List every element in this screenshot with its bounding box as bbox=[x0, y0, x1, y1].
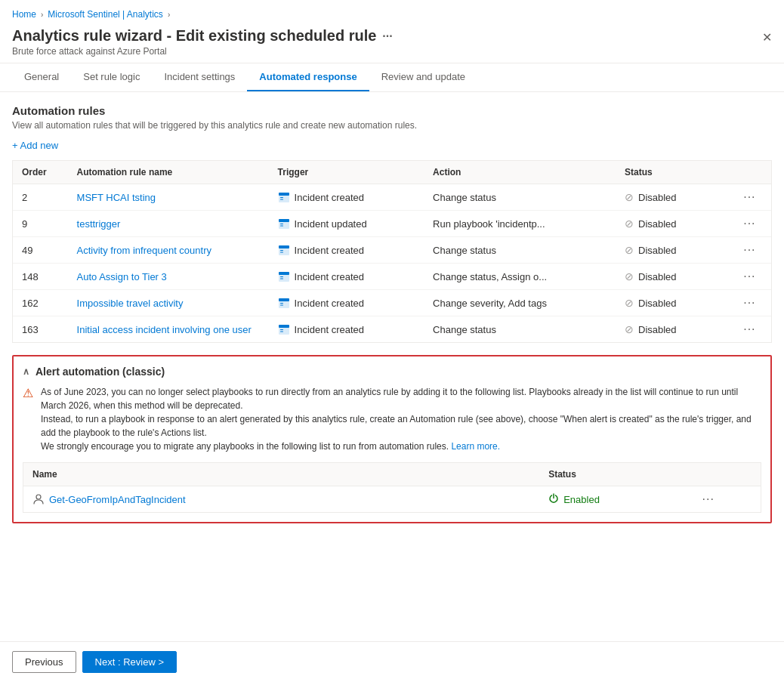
cell-status: ⊘ Disabled bbox=[616, 316, 734, 343]
row-menu-button[interactable]: ··· bbox=[743, 296, 755, 309]
col-header-menu bbox=[734, 161, 771, 184]
svg-rect-2 bbox=[280, 197, 283, 198]
table-row: 9 testtrigger Incident updated Run playb… bbox=[13, 211, 771, 237]
cell-action: Change severity, Add tags bbox=[424, 290, 616, 316]
svg-point-24 bbox=[36, 495, 41, 499]
cell-order: 163 bbox=[13, 316, 68, 343]
svg-rect-17 bbox=[279, 298, 289, 301]
cell-name: MSFT HCAI tsting bbox=[68, 184, 269, 211]
svg-rect-7 bbox=[280, 226, 283, 227]
row-menu-button[interactable]: ··· bbox=[743, 243, 755, 256]
status-enabled-icon bbox=[548, 493, 559, 506]
cell-status: ⊘ Disabled bbox=[616, 211, 734, 237]
status-disabled-icon: ⊘ bbox=[625, 297, 634, 309]
cell-action: Change status bbox=[424, 184, 616, 211]
cell-menu: ··· bbox=[734, 184, 771, 211]
tab-bar: General Set rule logic Incident settings… bbox=[0, 63, 784, 92]
cell-name: Initial access incident involving one us… bbox=[68, 316, 269, 343]
playbook-name-cell: Get-GeoFromIpAndTagIncident bbox=[23, 486, 539, 513]
row-menu-button[interactable]: ··· bbox=[743, 322, 755, 335]
automation-rules-section: Automation rules View all automation rul… bbox=[12, 104, 772, 343]
col-header-name: Automation rule name bbox=[68, 161, 269, 184]
cell-name: testtrigger bbox=[68, 211, 269, 237]
inner-col-header-menu bbox=[693, 463, 761, 486]
add-new-button[interactable]: + Add new bbox=[12, 140, 772, 151]
cell-name: Auto Assign to Tier 3 bbox=[68, 264, 269, 290]
page-title: Analytics rule wizard - Edit existing sc… bbox=[12, 27, 772, 45]
warning-icon: ⚠ bbox=[23, 386, 33, 453]
cell-trigger: Incident created bbox=[269, 184, 424, 211]
svg-rect-3 bbox=[280, 199, 283, 200]
col-header-order: Order bbox=[13, 161, 68, 184]
cell-trigger: Incident created bbox=[269, 264, 424, 290]
header-ellipsis[interactable]: ··· bbox=[382, 29, 392, 43]
cell-menu: ··· bbox=[734, 237, 771, 264]
row-menu-button[interactable]: ··· bbox=[743, 217, 755, 230]
cell-name: Impossible travel activity bbox=[68, 290, 269, 316]
tab-set-rule-logic[interactable]: Set rule logic bbox=[71, 63, 152, 91]
svg-rect-11 bbox=[280, 252, 283, 253]
cell-order: 148 bbox=[13, 264, 68, 290]
table-row: 148 Auto Assign to Tier 3 Incident creat… bbox=[13, 264, 771, 290]
automation-rules-table: Order Automation rule name Trigger Actio… bbox=[13, 161, 771, 342]
trigger-icon bbox=[278, 297, 290, 309]
alert-automation-section: ∧ Alert automation (classic) ⚠ As of Jun… bbox=[12, 355, 772, 523]
cell-action: Change status bbox=[424, 316, 616, 343]
table-row: 49 Activity from infrequent country Inci… bbox=[13, 237, 771, 264]
cell-status: ⊘ Disabled bbox=[616, 184, 734, 211]
tab-general[interactable]: General bbox=[12, 63, 71, 91]
status-disabled-icon: ⊘ bbox=[625, 270, 634, 282]
playbook-menu-cell: ··· bbox=[693, 486, 761, 513]
svg-rect-10 bbox=[280, 250, 283, 251]
svg-rect-1 bbox=[279, 193, 289, 196]
alert-automation-table-container: Name Status Get-GeoFromIpAndTagIncident bbox=[23, 462, 761, 513]
svg-rect-19 bbox=[280, 305, 283, 306]
trigger-icon bbox=[278, 244, 290, 256]
cell-action: Change status bbox=[424, 237, 616, 264]
cell-order: 49 bbox=[13, 237, 68, 264]
status-disabled-icon: ⊘ bbox=[625, 191, 634, 203]
automation-rules-desc: View all automation rules that will be t… bbox=[12, 120, 772, 131]
close-button[interactable]: ✕ bbox=[762, 30, 772, 45]
col-header-status: Status bbox=[616, 161, 734, 184]
col-header-action: Action bbox=[424, 161, 616, 184]
cell-status: ⊘ Disabled bbox=[616, 290, 734, 316]
svg-rect-9 bbox=[279, 245, 289, 248]
cell-order: 162 bbox=[13, 290, 68, 316]
cell-menu: ··· bbox=[734, 264, 771, 290]
alert-automation-header[interactable]: ∧ Alert automation (classic) bbox=[23, 366, 761, 378]
learn-more-link[interactable]: Learn more. bbox=[451, 441, 500, 452]
breadcrumb: Home › Microsoft Sentinel | Analytics › bbox=[0, 0, 784, 24]
cell-trigger: Incident updated bbox=[269, 211, 424, 237]
row-menu-button[interactable]: ··· bbox=[743, 190, 755, 203]
cell-action: Change status, Assign o... bbox=[424, 264, 616, 290]
tab-automated-response[interactable]: Automated response bbox=[247, 63, 369, 91]
automation-rules-title: Automation rules bbox=[12, 104, 772, 117]
cell-order: 2 bbox=[13, 184, 68, 211]
table-row: 2 MSFT HCAI tsting Incident created Chan… bbox=[13, 184, 771, 211]
cell-trigger: Incident created bbox=[269, 290, 424, 316]
breadcrumb-home[interactable]: Home bbox=[12, 9, 36, 20]
svg-rect-14 bbox=[280, 276, 283, 277]
playbook-icon bbox=[32, 493, 45, 505]
inner-col-header-status: Status bbox=[539, 463, 693, 486]
breadcrumb-sentinel[interactable]: Microsoft Sentinel | Analytics bbox=[48, 9, 163, 20]
alert-automation-table: Name Status Get-GeoFromIpAndTagIncident bbox=[23, 463, 761, 512]
svg-rect-6 bbox=[280, 224, 283, 224]
cell-order: 9 bbox=[13, 211, 68, 237]
svg-rect-13 bbox=[279, 272, 289, 275]
row-menu-button[interactable]: ··· bbox=[743, 270, 755, 282]
cell-menu: ··· bbox=[734, 290, 771, 316]
cell-name: Activity from infrequent country bbox=[68, 237, 269, 264]
playbook-menu-button[interactable]: ··· bbox=[702, 492, 715, 505]
status-disabled-icon: ⊘ bbox=[625, 244, 634, 256]
cell-trigger: Incident created bbox=[269, 316, 424, 343]
tab-incident-settings[interactable]: Incident settings bbox=[152, 63, 247, 91]
cell-menu: ··· bbox=[734, 316, 771, 343]
inner-col-header-name: Name bbox=[23, 463, 539, 486]
status-disabled-icon: ⊘ bbox=[625, 323, 634, 335]
trigger-icon bbox=[278, 323, 290, 335]
warning-text: As of June 2023, you can no longer selec… bbox=[41, 385, 761, 453]
main-content: Automation rules View all automation rul… bbox=[0, 92, 784, 523]
tab-review-and-update[interactable]: Review and update bbox=[369, 63, 477, 91]
